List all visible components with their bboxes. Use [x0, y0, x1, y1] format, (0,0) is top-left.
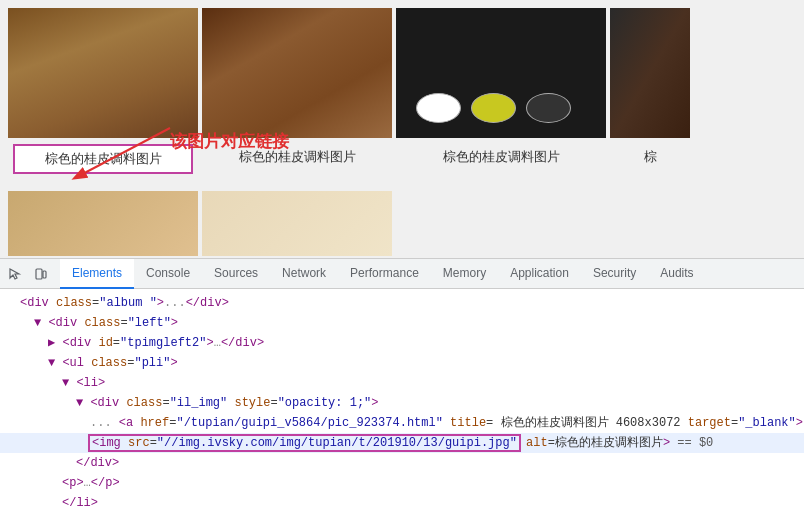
tree-line-11[interactable]: </li>: [0, 493, 804, 508]
tree-line-1[interactable]: <div class="album ">...</div>: [0, 293, 804, 313]
gallery-image-1[interactable]: [8, 8, 198, 138]
gallery-row2: [8, 191, 392, 256]
gallery-image-2[interactable]: [202, 8, 392, 138]
tab-sources[interactable]: Sources: [202, 259, 270, 289]
tree-line-10[interactable]: <p>…</p>: [0, 473, 804, 493]
tree-line-9[interactable]: </div>: [0, 453, 804, 473]
tree-line-3[interactable]: ▶ <div id="tpimgleft2">…</div>: [0, 333, 804, 353]
gallery-row2-img1[interactable]: [8, 191, 198, 256]
gallery-area: 棕色的桂皮调料图片 棕色的桂皮调料图片 棕色的桂皮调料图片 棕: [0, 0, 804, 258]
tree-line-2[interactable]: ▼ <div class="left">: [0, 313, 804, 333]
tab-application[interactable]: Application: [498, 259, 581, 289]
annotation-arrow: [65, 123, 225, 183]
gallery-image-3[interactable]: [396, 8, 606, 138]
tab-memory[interactable]: Memory: [431, 259, 498, 289]
gallery-item-3: 棕色的桂皮调料图片: [396, 8, 606, 170]
devtools-content: <div class="album ">...</div> ▼ <div cla…: [0, 289, 804, 508]
tree-line-5[interactable]: ▼ <li>: [0, 373, 804, 393]
tab-security[interactable]: Security: [581, 259, 648, 289]
devtools-tabs: Elements Console Sources Network Perform…: [0, 259, 804, 289]
gallery-caption-3: 棕色的桂皮调料图片: [435, 144, 568, 170]
device-icon-btn[interactable]: [30, 263, 52, 285]
tree-line-8[interactable]: <img src="//img.ivsky.com/img/tupian/t/2…: [0, 433, 804, 453]
devtools-panel: Elements Console Sources Network Perform…: [0, 258, 804, 508]
tree-line-4[interactable]: ▼ <ul class="pli">: [0, 353, 804, 373]
gallery-caption-4: 棕: [636, 144, 665, 170]
tab-performance[interactable]: Performance: [338, 259, 431, 289]
tree-line-7[interactable]: ... <a href="/tupian/guipi_v5864/pic_923…: [0, 413, 804, 433]
gallery-image-4[interactable]: [610, 8, 690, 138]
tree-line-6[interactable]: ▼ <div class="il_img" style="opacity: 1;…: [0, 393, 804, 413]
svg-line-0: [75, 128, 170, 178]
svg-rect-2: [43, 271, 46, 278]
svg-rect-1: [36, 269, 42, 279]
tab-elements[interactable]: Elements: [60, 259, 134, 289]
tab-console[interactable]: Console: [134, 259, 202, 289]
gallery-row2-img2[interactable]: [202, 191, 392, 256]
tab-network[interactable]: Network: [270, 259, 338, 289]
gallery-item-4: 棕: [610, 8, 690, 170]
cursor-icon-btn[interactable]: [4, 263, 26, 285]
tab-audits[interactable]: Audits: [648, 259, 705, 289]
tab-icon-group: [4, 263, 52, 285]
